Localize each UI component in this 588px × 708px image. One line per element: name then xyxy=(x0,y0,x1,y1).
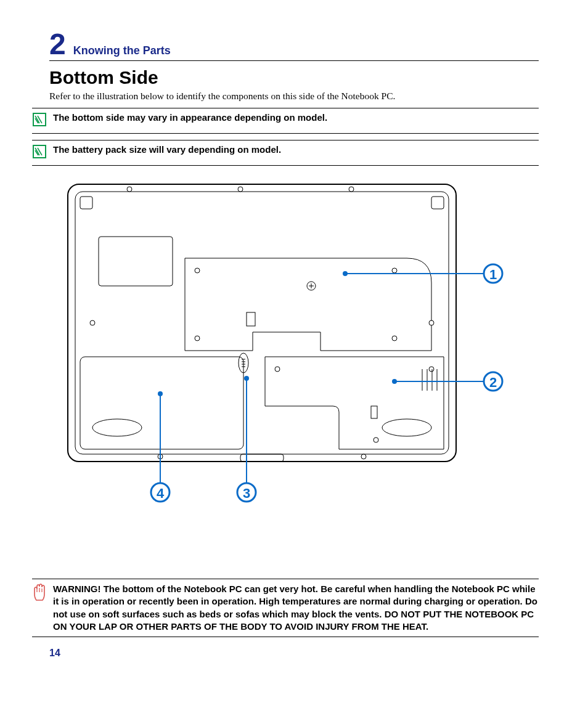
note-icon xyxy=(32,144,48,161)
svg-rect-3 xyxy=(75,192,449,454)
svg-point-16 xyxy=(195,336,200,341)
svg-point-38 xyxy=(361,454,366,459)
svg-point-28 xyxy=(429,367,434,372)
chapter-header: 2 Knowing the Parts xyxy=(49,30,539,61)
svg-rect-4 xyxy=(80,197,92,209)
callout-3-label: 3 xyxy=(243,486,250,501)
svg-point-14 xyxy=(195,268,200,273)
svg-point-8 xyxy=(349,187,354,192)
warning-hand-icon xyxy=(32,583,48,604)
note-2-text: The battery pack size will vary dependin… xyxy=(53,144,281,155)
callout-4-label: 4 xyxy=(157,486,165,501)
svg-point-15 xyxy=(392,268,397,273)
svg-rect-9 xyxy=(99,237,173,286)
svg-point-17 xyxy=(392,336,397,341)
svg-point-36 xyxy=(429,320,434,325)
svg-rect-5 xyxy=(431,197,444,209)
note-1: The bottom side may vary in appearance d… xyxy=(32,108,539,134)
note-1-text: The bottom side may vary in appearance d… xyxy=(53,112,327,123)
svg-point-6 xyxy=(127,187,132,192)
svg-rect-13 xyxy=(247,312,255,326)
chapter-title: Knowing the Parts xyxy=(73,44,171,57)
bottom-side-diagram: 1 2 3 4 xyxy=(49,178,539,505)
svg-point-25 xyxy=(382,419,431,436)
warning-block: WARNING! The bottom of the Notebook PC c… xyxy=(32,579,539,637)
chapter-number: 2 xyxy=(49,30,66,59)
callout-1-label: 1 xyxy=(489,267,497,282)
svg-point-29 xyxy=(374,437,378,442)
laptop-bottom-svg: 1 2 3 4 xyxy=(62,178,530,505)
svg-point-27 xyxy=(275,367,280,372)
svg-rect-2 xyxy=(68,184,456,462)
svg-point-19 xyxy=(92,419,142,436)
svg-point-35 xyxy=(90,320,95,325)
svg-rect-26 xyxy=(371,406,377,418)
note-2: The battery pack size will vary dependin… xyxy=(32,140,539,166)
callout-2-label: 2 xyxy=(489,375,497,390)
warning-text: WARNING! The bottom of the Notebook PC c… xyxy=(53,583,539,633)
section-title: Bottom Side xyxy=(49,67,539,88)
svg-point-7 xyxy=(238,187,243,192)
page-number: 14 xyxy=(49,648,60,659)
note-icon xyxy=(32,112,48,129)
section-intro: Refer to the illustration below to ident… xyxy=(49,91,539,102)
